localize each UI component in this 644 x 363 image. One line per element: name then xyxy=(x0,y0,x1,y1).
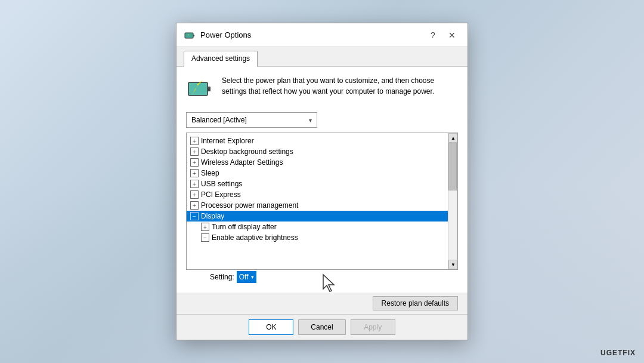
tree-item-processor-power[interactable]: + Processor power management xyxy=(187,200,448,211)
svg-rect-0 xyxy=(185,33,193,38)
expand-icon: + xyxy=(190,169,199,177)
apply-button[interactable]: Apply xyxy=(351,319,395,335)
expand-icon: − xyxy=(190,212,199,220)
tree-item-label: Turn off display after xyxy=(212,223,277,231)
tree-item-label: Sleep xyxy=(201,169,219,177)
dropdown-arrow-icon: ▾ xyxy=(309,117,312,124)
svg-rect-1 xyxy=(193,35,194,36)
cancel-button[interactable]: Cancel xyxy=(298,319,345,335)
restore-defaults-button[interactable]: Restore plan defaults xyxy=(373,296,458,310)
header-section: Select the power plan that you want to c… xyxy=(186,75,458,104)
plan-dropdown[interactable]: Balanced [Active] ▾ xyxy=(186,112,317,128)
svg-rect-4 xyxy=(208,87,210,91)
tree-item-sleep[interactable]: + Sleep xyxy=(187,168,448,179)
dropdown-row: Balanced [Active] ▾ xyxy=(186,112,458,128)
dialog-content: Select the power plan that you want to c… xyxy=(177,67,467,293)
setting-row: Setting: Off ▾ xyxy=(186,270,458,284)
power-options-dialog: Power Options ? ✕ Advanced settings Sele… xyxy=(176,23,468,340)
tree-item-label: Processor power management xyxy=(201,201,298,210)
tree-item-usb-settings[interactable]: + USB settings xyxy=(187,179,448,189)
tree-item-turn-off-display[interactable]: + Turn off display after xyxy=(187,222,448,232)
setting-dropdown-arrow-icon: ▾ xyxy=(251,274,254,280)
tree-item-label: Internet Explorer xyxy=(201,137,254,145)
scroll-track xyxy=(448,143,457,260)
tree-item-adaptive-brightness[interactable]: − Enable adaptive brightness xyxy=(187,232,448,243)
setting-value-dropdown[interactable]: Off ▾ xyxy=(237,271,256,283)
settings-tree: + Internet Explorer + Desktop background… xyxy=(186,133,458,270)
tree-scrollbar[interactable]: ▲ ▼ xyxy=(448,133,457,269)
expand-icon: + xyxy=(190,158,199,167)
close-button[interactable]: ✕ xyxy=(444,28,460,42)
tree-item-label: Wireless Adapter Settings xyxy=(201,158,283,167)
expand-icon: + xyxy=(190,137,199,145)
tree-item-label: USB settings xyxy=(201,180,242,188)
tree-item-label: PCI Express xyxy=(201,190,241,199)
ok-button[interactable]: OK xyxy=(249,319,293,335)
expand-icon: + xyxy=(190,201,199,210)
scroll-up-button[interactable]: ▲ xyxy=(448,133,458,143)
dropdown-value: Balanced [Active] xyxy=(191,116,247,124)
setting-value: Off xyxy=(239,273,249,281)
dialog-icon xyxy=(184,29,196,41)
scroll-thumb[interactable] xyxy=(448,143,457,190)
tree-item-label: Enable adaptive brightness xyxy=(212,233,298,242)
tree-item-wireless-adapter[interactable]: + Wireless Adapter Settings xyxy=(187,157,448,168)
tree-item-desktop-background[interactable]: + Desktop background settings xyxy=(187,146,448,157)
header-description: Select the power plan that you want to c… xyxy=(222,75,458,97)
title-bar-controls: ? ✕ xyxy=(425,28,460,42)
header-power-icon xyxy=(186,75,215,104)
tree-list: + Internet Explorer + Desktop background… xyxy=(187,133,448,269)
setting-label: Setting: xyxy=(210,273,234,281)
bottom-section: Restore plan defaults xyxy=(177,293,467,314)
tab-area: Advanced settings xyxy=(177,47,467,67)
expand-icon: − xyxy=(201,233,209,242)
tree-item-label: Display xyxy=(201,212,224,220)
tree-item-internet-explorer[interactable]: + Internet Explorer xyxy=(187,136,448,146)
tree-item-label: Desktop background settings xyxy=(201,147,293,156)
expand-icon: + xyxy=(190,180,199,188)
expand-icon: + xyxy=(190,147,199,156)
tree-item-display[interactable]: − Display xyxy=(187,211,448,222)
tab-advanced-settings[interactable]: Advanced settings xyxy=(184,51,258,67)
help-button[interactable]: ? xyxy=(425,28,441,42)
dialog-footer: OK Cancel Apply xyxy=(177,314,467,340)
expand-icon: + xyxy=(201,223,209,231)
title-bar: Power Options ? ✕ xyxy=(177,23,467,47)
dialog-title: Power Options xyxy=(200,30,420,39)
scroll-down-button[interactable]: ▼ xyxy=(448,260,458,269)
tree-item-pci-express[interactable]: + PCI Express xyxy=(187,189,448,200)
watermark: UGETFIX xyxy=(600,349,636,357)
expand-icon: + xyxy=(190,190,199,199)
